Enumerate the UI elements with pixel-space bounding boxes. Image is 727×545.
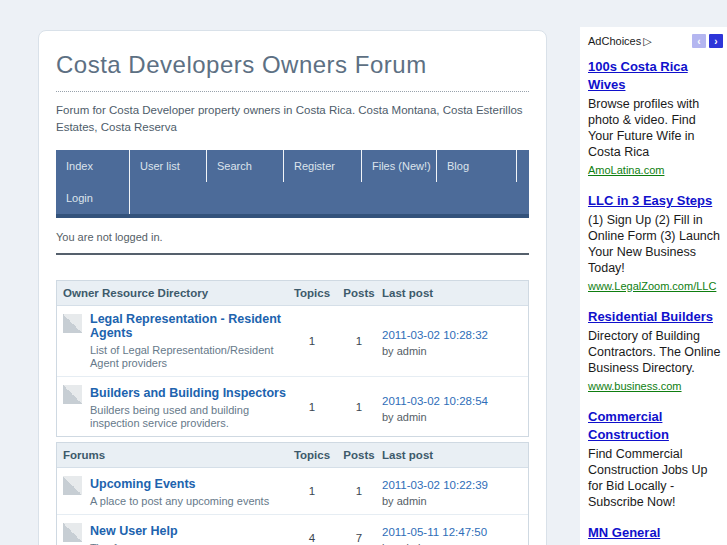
adchoices-icon: ▷ — [643, 35, 651, 48]
next-ad-button[interactable] — [709, 34, 723, 48]
ad-url-link[interactable]: AmoLatina.com — [588, 164, 664, 176]
nav-item-search[interactable]: Search — [207, 150, 284, 182]
ad-title-link[interactable]: Residential Builders — [588, 309, 713, 324]
category-header: Owner Resource Directory Topics Posts La… — [57, 281, 528, 306]
forum-link[interactable]: New User Help — [90, 524, 178, 538]
ad-title-link[interactable]: MN General Contractor — [588, 525, 660, 545]
ad-unit: Residential Builders Directory of Buildi… — [588, 307, 723, 394]
board-description: Forum for Costa Developer property owner… — [56, 102, 526, 136]
forum-icon — [63, 476, 82, 495]
category-table-owner-resource: Owner Resource Directory Topics Posts La… — [56, 280, 529, 437]
forum-row: Legal Representation - Resident Agents L… — [57, 306, 528, 377]
adchoices-label: AdChoices — [588, 35, 641, 47]
nav-item-files[interactable]: Files (New!) — [362, 150, 437, 182]
forum-link[interactable]: Upcoming Events — [90, 477, 196, 491]
topics-count: 1 — [288, 485, 336, 497]
login-status-text: You are not logged in. — [56, 231, 529, 243]
main-navigation: Index User list Search Register Files (N… — [56, 150, 529, 218]
nav-row-bottom: Login — [56, 182, 529, 214]
title-divider — [56, 91, 529, 92]
ad-description: Directory of Building Contractors. The O… — [588, 328, 723, 376]
category-table-forums: Forums Topics Posts Last post Upcoming E… — [56, 442, 529, 545]
category-name: Forums — [63, 449, 288, 461]
posts-count: 1 — [336, 335, 382, 347]
ad-unit: Commercial Construction Find Commercial … — [588, 407, 723, 510]
forum-icon — [63, 314, 82, 333]
ad-unit: MN General Contractor Licensed & Insured… — [588, 523, 723, 545]
column-topics: Topics — [288, 287, 336, 299]
adchoices-bar: AdChoices ▷ — [588, 34, 723, 48]
column-posts: Posts — [336, 449, 382, 461]
forum-description: List of Legal Representation/Resident Ag… — [90, 344, 288, 370]
last-post-link[interactable]: 2011-03-02 10:28:54 — [382, 395, 488, 407]
ad-sidebar: AdChoices ▷ 100s Costa Rica Wives Browse… — [580, 27, 727, 545]
column-last-post: Last post — [382, 449, 522, 461]
nav-item-blog[interactable]: Blog — [437, 150, 517, 182]
ad-title-link[interactable]: LLC in 3 Easy Steps — [588, 193, 712, 208]
prev-ad-button[interactable] — [692, 34, 706, 48]
posts-count: 7 — [336, 532, 382, 544]
last-post-link[interactable]: 2011-03-02 10:22:39 — [382, 479, 488, 491]
nav-item-register[interactable]: Register — [284, 150, 362, 182]
posts-count: 1 — [336, 401, 382, 413]
nav-item-userlist[interactable]: User list — [130, 150, 207, 182]
posts-count: 1 — [336, 485, 382, 497]
ad-title-link[interactable]: Commercial Construction — [588, 409, 669, 442]
last-post-author: by admin — [382, 495, 522, 507]
forum-link[interactable]: Legal Representation - Resident Agents — [90, 312, 288, 340]
column-last-post: Last post — [382, 287, 522, 299]
last-post-link[interactable]: 2011-05-11 12:47:50 — [382, 526, 487, 538]
ad-description: (1) Sign Up (2) Fill in Online Form (3) … — [588, 212, 723, 276]
forum-description: A place to post any upcoming events — [90, 495, 269, 508]
adchoices-link[interactable]: AdChoices ▷ — [588, 35, 652, 48]
topics-count: 1 — [288, 335, 336, 347]
forum-icon — [63, 385, 82, 404]
nav-row-top: Index User list Search Register Files (N… — [56, 150, 529, 182]
ad-unit: 100s Costa Rica Wives Browse profiles wi… — [588, 57, 723, 178]
topics-count: 4 — [288, 532, 336, 544]
ad-title-link[interactable]: 100s Costa Rica Wives — [588, 59, 688, 92]
last-post-author: by admin — [382, 345, 522, 357]
page-title: Costa Developers Owners Forum — [56, 51, 529, 79]
last-post-link[interactable]: 2011-03-02 10:28:32 — [382, 329, 488, 341]
section-divider — [56, 253, 529, 255]
forum-link[interactable]: Builders and Building Inspectors — [90, 386, 286, 400]
forum-row: Builders and Building Inspectors Builder… — [57, 377, 528, 436]
ad-unit: LLC in 3 Easy Steps (1) Sign Up (2) Fill… — [588, 191, 723, 294]
nav-spacer — [517, 150, 529, 182]
forum-row: New User Help Tips for new users 4 7 201… — [57, 515, 528, 545]
category-name: Owner Resource Directory — [63, 287, 288, 299]
ad-description: Browse profiles with photo & video. Find… — [588, 96, 723, 160]
forum-description: Builders being used and building inspect… — [90, 404, 288, 430]
forum-icon — [63, 523, 82, 542]
ad-pager — [692, 34, 723, 48]
ad-url-link[interactable]: www.business.com — [588, 380, 682, 392]
nav-spacer — [130, 182, 529, 214]
last-post-author: by admin — [382, 411, 522, 423]
ad-description: Find Commercial Construction Jobs Up for… — [588, 446, 723, 510]
category-header: Forums Topics Posts Last post — [57, 443, 528, 468]
forum-row: Upcoming Events A place to post any upco… — [57, 468, 528, 515]
nav-item-index[interactable]: Index — [56, 150, 130, 182]
topics-count: 1 — [288, 401, 336, 413]
forum-main-panel: Costa Developers Owners Forum Forum for … — [38, 30, 547, 545]
column-topics: Topics — [288, 449, 336, 461]
column-posts: Posts — [336, 287, 382, 299]
ad-url-link[interactable]: www.LegalZoom.com/LLC — [588, 280, 716, 292]
nav-item-login[interactable]: Login — [56, 182, 130, 214]
